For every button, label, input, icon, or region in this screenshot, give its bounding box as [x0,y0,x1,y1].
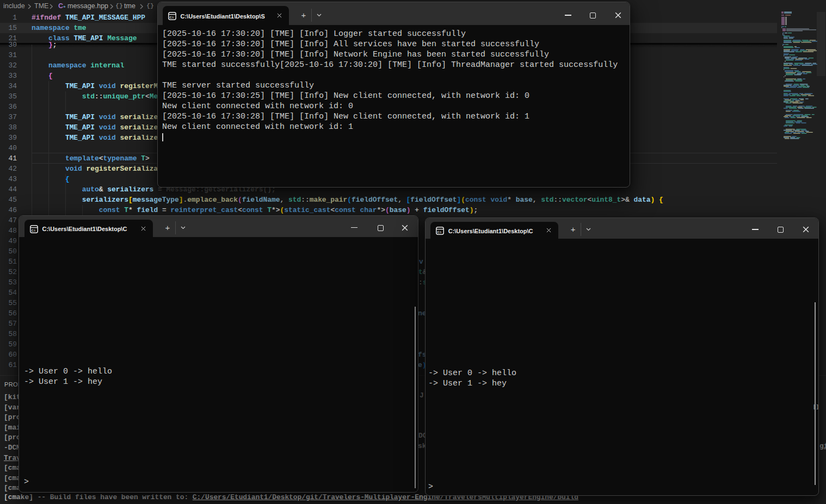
svg-text:C:\: C:\ [437,231,441,234]
svg-text:C:\: C:\ [169,16,174,19]
svg-text:C:\: C:\ [31,228,35,232]
